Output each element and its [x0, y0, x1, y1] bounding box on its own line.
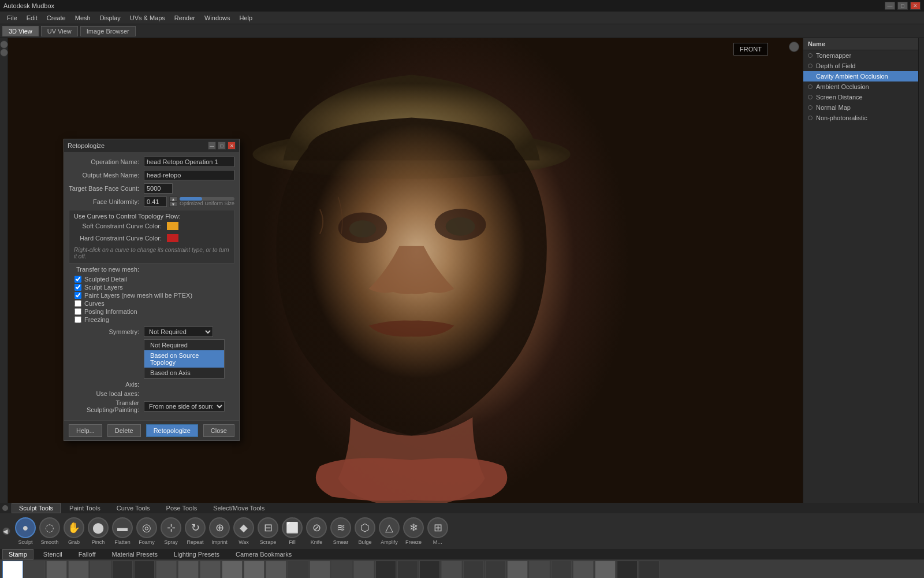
tool-amplify[interactable]: △Amplify — [378, 517, 401, 545]
sculpt-tab-sculpt-tools[interactable]: Sculpt Tools — [12, 503, 61, 513]
filter-item-3[interactable]: Ambient Occlusion — [803, 81, 918, 92]
sculpt-tab-select/move-tools[interactable]: Select/Move Tools — [206, 503, 272, 513]
sculpt-tab-pose-tools[interactable]: Pose Tools — [159, 503, 205, 513]
menu-item-windows[interactable]: Windows — [200, 13, 235, 23]
target-face-input[interactable] — [144, 183, 173, 194]
tex-cell-row1-10[interactable] — [222, 561, 243, 578]
checkbox-0[interactable] — [74, 276, 81, 283]
tex-cell-row1-2[interactable] — [46, 561, 67, 578]
tex-cell-row1-5[interactable] — [112, 561, 133, 578]
tex-cell-row1-22[interactable] — [485, 561, 506, 578]
spin-up[interactable]: ▲ — [169, 197, 177, 202]
tool-smear[interactable]: ≋Smear — [329, 517, 352, 545]
filter-item-0[interactable]: Tonemapper — [803, 50, 918, 61]
tex-cell-row1-20[interactable] — [441, 561, 462, 578]
sym-dropdown-not-required[interactable]: Not Required — [144, 340, 224, 350]
tool-fill[interactable]: ⬜Fill — [281, 517, 304, 545]
tool-spray[interactable]: ⊹Spray — [159, 517, 182, 545]
tool-repeat[interactable]: ↻Repeat — [184, 517, 207, 545]
tex-cell-row1-18[interactable] — [397, 561, 418, 578]
left-tool-btn-2[interactable] — [0, 49, 8, 57]
output-mesh-input[interactable] — [144, 170, 234, 180]
tex-cell-row1-19[interactable] — [419, 561, 440, 578]
tool-scrape[interactable]: ⊟Scrape — [256, 517, 280, 545]
menu-item-file[interactable]: File — [2, 13, 22, 23]
tex-cell-row1-9[interactable] — [200, 561, 221, 578]
tool-bulge[interactable]: ⬡Bulge — [353, 517, 377, 545]
tool-imprint[interactable]: ⊕Imprint — [208, 517, 231, 545]
tool-m[interactable]: ⊞M… — [426, 517, 449, 545]
help-button[interactable]: Help... — [69, 424, 102, 437]
tex-cell-row1-29[interactable] — [639, 561, 660, 578]
bottom-tab-stencil[interactable]: Stencil — [37, 549, 69, 560]
retopologize-button[interactable]: Retopologize — [146, 424, 198, 437]
sculpt-tab-paint-tools[interactable]: Paint Tools — [62, 503, 108, 513]
tex-cell-row1-17[interactable] — [375, 561, 396, 578]
tool-wax[interactable]: ◆Wax — [232, 517, 255, 545]
bottom-tab-material-presets[interactable]: Material Presets — [106, 549, 164, 560]
uniformity-slider[interactable]: Optimized Uniform Size — [180, 197, 234, 206]
tool-pinch[interactable]: ⬤Pinch — [87, 517, 110, 545]
tool-scroll-left[interactable]: ◀ — [2, 527, 10, 535]
filter-item-2[interactable]: Cavity Ambient Occlusion — [803, 71, 918, 81]
soft-color-swatch[interactable] — [166, 221, 179, 231]
left-tool-btn[interactable] — [0, 40, 8, 49]
viewport-settings-button[interactable] — [789, 42, 799, 52]
filter-item-5[interactable]: Normal Map — [803, 102, 918, 113]
bottom-tab-stamp[interactable]: Stamp — [2, 549, 33, 560]
hard-color-swatch[interactable] — [166, 234, 179, 243]
dialog-titlebar[interactable]: Retopologize — □ ✕ — [64, 139, 239, 152]
tex-cell-row1-11[interactable] — [244, 561, 264, 578]
bottom-tab-falloff[interactable]: Falloff — [72, 549, 102, 560]
tex-cell-row1-16[interactable] — [353, 561, 374, 578]
menu-item-create[interactable]: Create — [42, 13, 70, 23]
tex-cell-row1-8[interactable] — [178, 561, 199, 578]
filter-item-4[interactable]: Screen Distance — [803, 92, 918, 102]
dialog-close[interactable]: ✕ — [228, 142, 236, 150]
tex-cell-row1-26[interactable] — [573, 561, 594, 578]
face-uniformity-input[interactable] — [144, 197, 167, 207]
operation-name-input[interactable] — [144, 157, 234, 167]
tex-cell-row1-4[interactable] — [90, 561, 111, 578]
view-tab-uv-view[interactable]: UV View — [41, 26, 78, 36]
right-scrollbar[interactable] — [918, 38, 924, 503]
tex-cell-row1-6[interactable] — [134, 561, 155, 578]
checkbox-5[interactable] — [74, 316, 81, 323]
tex-cell-row1-3[interactable] — [68, 561, 89, 578]
tex-cell-row1-24[interactable] — [529, 561, 550, 578]
tex-cell-row1-28[interactable] — [617, 561, 638, 578]
checkbox-4[interactable] — [74, 308, 81, 315]
filter-item-6[interactable]: Non-photorealistic — [803, 113, 918, 123]
tex-cell-row1-25[interactable] — [551, 561, 572, 578]
close-button[interactable]: ✕ — [910, 2, 921, 10]
tool-smooth[interactable]: ◌Smooth — [38, 517, 61, 545]
sculpt-tab-curve-tools[interactable]: Curve Tools — [109, 503, 158, 513]
menu-item-uvs-&-maps[interactable]: UVs & Maps — [125, 13, 170, 23]
tex-cell-row1-15[interactable] — [331, 561, 352, 578]
tool-freeze[interactable]: ❄Freeze — [402, 517, 425, 545]
tex-cell-row1-27[interactable] — [595, 561, 616, 578]
tex-cell-row1-14[interactable] — [310, 561, 330, 578]
spin-down[interactable]: ▼ — [169, 202, 177, 207]
tool-knife[interactable]: ⊘Knife — [305, 517, 328, 545]
transfer-sculpting-select[interactable]: From one side of source — [144, 401, 225, 412]
menu-item-help[interactable]: Help — [235, 13, 258, 23]
tex-cell-row1-7[interactable] — [156, 561, 177, 578]
tex-cell-row1-13[interactable] — [288, 561, 308, 578]
tool-sculpt[interactable]: ●Sculpt — [14, 517, 37, 545]
tool-foamy[interactable]: ◎Foamy — [135, 517, 158, 545]
tex-cell-row1-23[interactable] — [507, 561, 528, 578]
view-tab-image-browser[interactable]: Image Browser — [80, 26, 136, 36]
tex-cell-row1-21[interactable] — [463, 561, 484, 578]
bottom-tab-lighting-presets[interactable]: Lighting Presets — [167, 549, 226, 560]
view-tab-3d-view[interactable]: 3D View — [2, 26, 39, 36]
bottom-tab-camera-bookmarks[interactable]: Camera Bookmarks — [229, 549, 298, 560]
menu-item-render[interactable]: Render — [170, 13, 200, 23]
checkbox-1[interactable] — [74, 284, 81, 291]
checkbox-2[interactable] — [74, 292, 81, 299]
symmetry-select[interactable]: Not Required Based on Source Topology Ba… — [144, 327, 213, 337]
delete-button[interactable]: Delete — [107, 424, 141, 437]
menu-item-mesh[interactable]: Mesh — [70, 13, 95, 23]
checkbox-3[interactable] — [74, 300, 81, 307]
maximize-button[interactable]: □ — [897, 2, 908, 10]
